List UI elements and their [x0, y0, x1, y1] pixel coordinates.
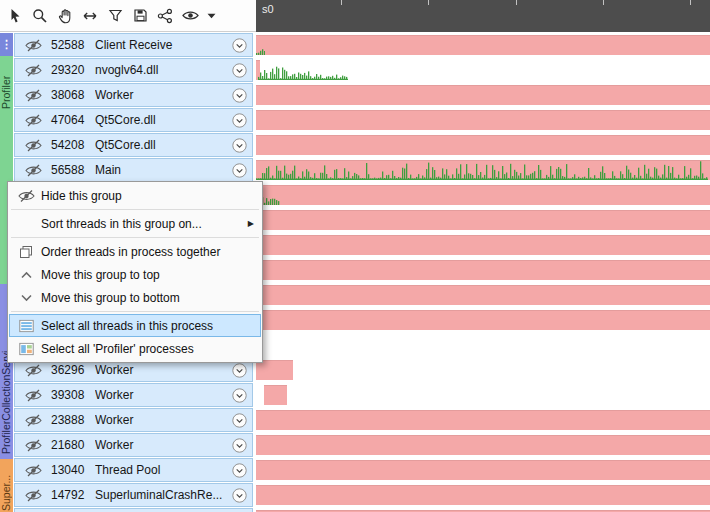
- timeline-row[interactable]: [256, 508, 710, 512]
- thread-options-button[interactable]: [232, 463, 247, 478]
- thread-id: 13040: [51, 463, 91, 477]
- thread-options-button[interactable]: [232, 413, 247, 428]
- thread-row-14792[interactable]: 14792SuperluminalCrashRe...: [14, 483, 253, 507]
- chevron-up-icon: [17, 271, 35, 278]
- timeline-row[interactable]: [256, 283, 710, 308]
- visibility-off-icon[interactable]: [25, 414, 43, 427]
- timeline-row[interactable]: [256, 358, 710, 383]
- chevron-down-icon: [17, 294, 35, 301]
- thread-options-button[interactable]: [232, 488, 247, 503]
- pan-tool-button[interactable]: [53, 4, 77, 28]
- visibility-off-icon[interactable]: [25, 489, 43, 502]
- filter-tool-button[interactable]: [103, 4, 127, 28]
- timeline-row[interactable]: [256, 308, 710, 333]
- menu-item-move-this-group-to-top[interactable]: Move this group to top: [9, 263, 261, 286]
- thread-name: Qt5Core.dll: [95, 138, 232, 152]
- menu-item-select-all-threads-in-this-process[interactable]: Select all threads in this process: [9, 314, 261, 337]
- thread-options-button[interactable]: [232, 113, 247, 128]
- thread-name: Worker: [95, 438, 232, 452]
- visibility-tool-button[interactable]: [178, 4, 202, 28]
- thread-row-covered[interactable]: [14, 508, 253, 512]
- thread-row-38068[interactable]: 38068Worker: [14, 83, 253, 107]
- timeline-row[interactable]: [256, 233, 710, 258]
- time-tick: [341, 0, 342, 5]
- timeline-row[interactable]: [256, 133, 710, 158]
- visibility-off-icon[interactable]: [25, 364, 43, 377]
- thread-id: 47064: [51, 113, 91, 127]
- cpu-activity-bar: [256, 410, 710, 430]
- cpu-activity-spikes: [256, 160, 708, 180]
- thread-id: 21680: [51, 438, 91, 452]
- cpu-activity-spikes: [262, 185, 280, 205]
- thread-name: Thread Pool: [95, 463, 232, 477]
- thread-row-23888[interactable]: 23888Worker: [14, 408, 253, 432]
- save-tool-button[interactable]: [128, 4, 152, 28]
- thread-name: Client Receive: [95, 38, 232, 52]
- menu-item-sort-threads-in-this-group-on[interactable]: Sort threads in this group on...▶: [9, 212, 261, 235]
- visibility-off-icon[interactable]: [25, 39, 43, 52]
- thread-options-button[interactable]: [232, 388, 247, 403]
- visibility-off-icon[interactable]: [25, 64, 43, 77]
- thread-options-button[interactable]: [232, 138, 247, 153]
- h-arrows-icon: [82, 8, 98, 24]
- timeline-row[interactable]: [256, 333, 710, 358]
- timeline-row[interactable]: [256, 458, 710, 483]
- visibility-off-icon[interactable]: [25, 139, 43, 152]
- visibility-off-icon[interactable]: [25, 114, 43, 127]
- timeline-row[interactable]: [256, 83, 710, 108]
- timeline-row[interactable]: [256, 408, 710, 433]
- cursor-icon: [8, 8, 22, 24]
- group-drag-handle[interactable]: ⋮: [0, 33, 13, 56]
- thread-options-button[interactable]: [232, 163, 247, 178]
- thread-id: 14792: [51, 488, 91, 502]
- timeline-row[interactable]: [256, 183, 710, 208]
- thread-row-47064[interactable]: 47064Qt5Core.dll: [14, 108, 253, 132]
- cpu-activity-spikes: [258, 60, 348, 80]
- timeline-row[interactable]: [256, 208, 710, 233]
- graph-tool-button[interactable]: [153, 4, 177, 28]
- timeline-row[interactable]: [256, 108, 710, 133]
- timeline-row[interactable]: [256, 383, 710, 408]
- toolbar: [0, 0, 256, 32]
- timeline-header[interactable]: s0: [256, 0, 710, 32]
- thread-row-29320[interactable]: 29320nvoglv64.dll: [14, 58, 253, 82]
- menu-item-hide-this-group[interactable]: Hide this group: [9, 184, 261, 207]
- timeline-row[interactable]: [256, 158, 710, 183]
- menu-separator: [11, 237, 259, 238]
- visibility-dropdown-button[interactable]: [203, 4, 219, 28]
- thread-options-button[interactable]: [232, 88, 247, 103]
- thread-options-button[interactable]: [232, 63, 247, 78]
- select-tool-button[interactable]: [3, 4, 27, 28]
- thread-row-21680[interactable]: 21680Worker: [14, 433, 253, 457]
- eye-icon: [182, 9, 199, 22]
- timeline-row[interactable]: [256, 58, 710, 83]
- thread-options-button[interactable]: [232, 438, 247, 453]
- visibility-off-icon[interactable]: [25, 89, 43, 102]
- zoom-tool-button[interactable]: [28, 4, 52, 28]
- visibility-off-icon[interactable]: [25, 389, 43, 402]
- timeline-row[interactable]: [256, 483, 710, 508]
- thread-options-button[interactable]: [232, 363, 247, 378]
- timeline-row[interactable]: [256, 433, 710, 458]
- visibility-off-icon[interactable]: [25, 164, 43, 177]
- thread-options-button[interactable]: [232, 38, 247, 53]
- menu-item-select-all-profiler-processes[interactable]: Select all 'Profiler' processes: [9, 337, 261, 360]
- thread-row-56588[interactable]: 56588Main: [14, 158, 253, 182]
- measure-tool-button[interactable]: [78, 4, 102, 28]
- thread-name: SuperluminalCrashRe...: [95, 488, 232, 502]
- thread-row-54208[interactable]: 54208Qt5Core.dll: [14, 133, 253, 157]
- menu-item-order-threads-in-process-together[interactable]: Order threads in process together: [9, 240, 261, 263]
- thread-name: Worker: [95, 388, 232, 402]
- thread-row-13040[interactable]: 13040Thread Pool: [14, 458, 253, 482]
- cpu-activity-bar: [256, 35, 710, 55]
- profiler-app: s0 ProfilerProfilerCollectionServi...Sup…: [0, 0, 710, 512]
- timeline-canvas[interactable]: [256, 33, 710, 512]
- timeline-row[interactable]: [256, 258, 710, 283]
- visibility-off-icon[interactable]: [25, 464, 43, 477]
- thread-row-52588[interactable]: 52588Client Receive: [14, 33, 253, 57]
- thread-row-39308[interactable]: 39308Worker: [14, 383, 253, 407]
- menu-item-move-this-group-to-bottom[interactable]: Move this group to bottom: [9, 286, 261, 309]
- timeline-row[interactable]: [256, 33, 710, 58]
- time-tick: [516, 0, 517, 5]
- visibility-off-icon[interactable]: [25, 439, 43, 452]
